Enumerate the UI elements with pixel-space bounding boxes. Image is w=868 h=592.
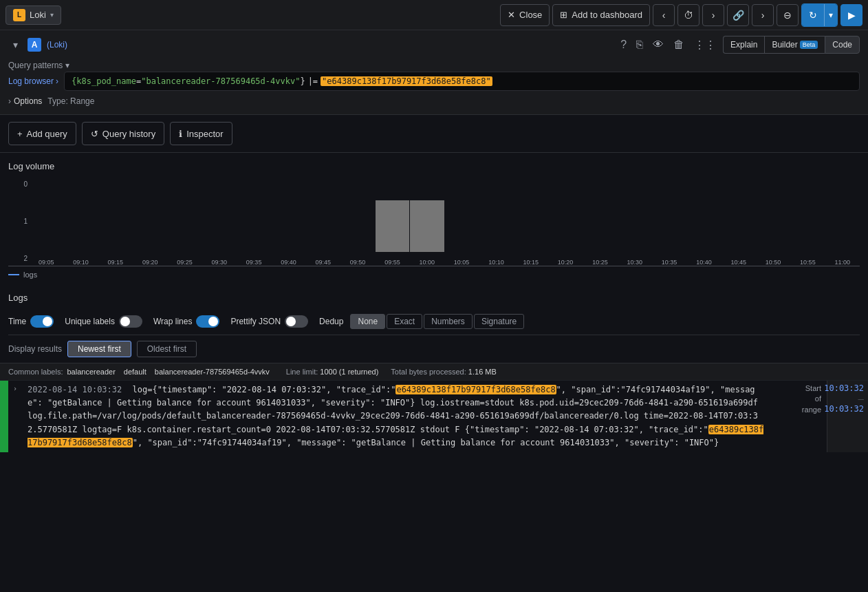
forward-button[interactable]: ›: [752, 4, 774, 26]
start-of-range-label: Startofrange: [802, 383, 821, 415]
add-query-button[interactable]: + + Add query Add query: [8, 122, 76, 145]
code-button[interactable]: Code: [825, 36, 860, 54]
chart-x-label: 11:00: [825, 259, 860, 266]
y-label-2: 2: [8, 255, 28, 262]
top-bar-actions: ✕ Close ⊞ Add to dashboard ‹ ⏱ › 🔗 › ⊖ ↻: [500, 3, 862, 27]
newest-first-button[interactable]: Newest first: [67, 341, 131, 357]
collapse-button[interactable]: ▾: [8, 38, 22, 52]
line-limit-label: Line limit:: [286, 368, 318, 376]
chart-x-label: 10:10: [479, 259, 513, 266]
clock-button[interactable]: ⏱: [677, 4, 699, 26]
loki-datasource-button[interactable]: L Loki ▾: [6, 6, 61, 25]
oldest-first-button[interactable]: Oldest first: [137, 341, 197, 357]
chart-x-label: 10:00: [410, 259, 444, 266]
log-timestamp: 2022-08-14 10:03:32: [28, 385, 122, 394]
line-limit-val: 1000 (1 returned): [320, 368, 378, 376]
bytes-val: 1.16 MB: [468, 368, 497, 376]
close-button[interactable]: ✕ Close: [500, 4, 550, 26]
chart-area: 09:0509:1009:1509:2009:2509:3009:3509:40…: [29, 177, 860, 266]
log-entry-severity-bar: [0, 381, 8, 452]
query-code[interactable]: {k8s_pod_name="balancereader-787569465d-…: [64, 72, 860, 91]
explain-label: Explain: [730, 40, 757, 50]
options-row: › Options Type: Range: [8, 94, 860, 109]
common-labels-bar: Common labels: balancereader default bal…: [0, 363, 868, 380]
prettify-json-toggle[interactable]: [285, 315, 308, 328]
dedup-label: Dedup: [319, 317, 343, 326]
y-label-1: 1: [8, 218, 28, 225]
common-label-3: balancereader-787569465d-4vvkv: [155, 368, 270, 376]
logs-title: Logs: [8, 293, 860, 303]
unique-labels-toggle-group: Unique labels: [65, 315, 142, 328]
time-toggle[interactable]: [30, 315, 54, 328]
inspector-button[interactable]: ℹ Inspector: [170, 122, 232, 145]
log-volume-section: Log volume 2 1 0 09:0509:1009:1509:2009:…: [0, 153, 868, 284]
log-text-3: ", "span_id":"74fc91744034af19", "messag…: [133, 438, 719, 447]
wrap-lines-label: Wrap lines: [153, 317, 192, 326]
copy-button[interactable]: ⎘: [633, 37, 646, 52]
query-patterns-label: Query patterns: [8, 61, 63, 70]
chart-x-labels: 09:0509:1009:1509:2009:2509:3009:3509:40…: [29, 252, 860, 266]
run-button[interactable]: ▶: [840, 4, 862, 26]
query-key: {k8s_pod_name: [72, 76, 136, 86]
bytes-stat: Total bytes processed: 1.16 MB: [391, 368, 496, 376]
help-button[interactable]: ?: [618, 37, 629, 52]
wrap-lines-toggle-group: Wrap lines: [153, 315, 219, 328]
log-browser-link[interactable]: Log browser ›: [8, 76, 58, 86]
chart-x-label: 09:10: [63, 259, 98, 266]
chevron-down-icon: ▾: [13, 39, 18, 50]
link-button[interactable]: 🔗: [727, 4, 749, 26]
chart-x-label: 09:25: [167, 259, 202, 266]
delete-button[interactable]: 🗑: [671, 37, 687, 52]
explain-button[interactable]: Explain: [723, 36, 764, 54]
dedup-numbers-button[interactable]: Numbers: [424, 314, 473, 329]
log-browser-row: Log browser › {k8s_pod_name="balanceread…: [8, 72, 860, 91]
chevron-right-icon: ›: [712, 10, 715, 21]
sync-dropdown-button[interactable]: ▾: [824, 4, 837, 26]
common-label-2: default: [124, 368, 147, 376]
common-label-1: balancereader: [67, 368, 115, 376]
chart-x-label: 10:05: [444, 259, 479, 266]
options-toggle[interactable]: › Options: [8, 96, 42, 106]
chart-x-label: 09:05: [29, 259, 63, 266]
wrap-lines-toggle[interactable]: [196, 315, 219, 328]
more-button[interactable]: ⋮⋮: [691, 37, 719, 53]
y-label-0: 0: [8, 180, 28, 188]
prev-button[interactable]: ‹: [653, 4, 675, 26]
time-toggle-knob: [43, 317, 52, 326]
dedup-none-button[interactable]: None: [350, 314, 385, 329]
next-button[interactable]: ›: [702, 4, 724, 26]
builder-button[interactable]: Builder Beta: [764, 36, 825, 54]
log-text-1: log={"timestamp": "2022-08-14 07:03:32",…: [133, 385, 396, 394]
query-filter-value: "e64389c138f17b97917f3d68e58fe8c8": [321, 76, 492, 86]
sync-button[interactable]: ↻: [802, 4, 824, 26]
dedup-group: Dedup None Exact Numbers Signature: [319, 314, 524, 329]
time-label: Time: [8, 317, 26, 326]
chart-y-labels: 2 1 0: [8, 177, 28, 266]
dedup-exact-button[interactable]: Exact: [387, 314, 422, 329]
log-entry-expand-button[interactable]: ›: [8, 381, 22, 452]
arrow-right-icon: ›: [56, 76, 58, 86]
bytes-label: Total bytes processed:: [391, 368, 466, 376]
zoom-out-button[interactable]: ⊖: [777, 4, 799, 26]
dedup-signature-button[interactable]: Signature: [474, 314, 524, 329]
chart-x-label: 09:50: [340, 259, 375, 266]
unique-labels-toggle[interactable]: [119, 315, 142, 328]
log-entry-content: 2022-08-14 10:03:32 log={"timestamp": "2…: [22, 381, 772, 452]
sync-arrow-icon: ▾: [829, 10, 833, 20]
chart-x-label: 10:20: [548, 259, 583, 266]
eye-button[interactable]: 👁: [650, 37, 666, 52]
chart-x-label: 09:15: [98, 259, 133, 266]
query-patterns-row: Query patterns ▾: [8, 59, 860, 72]
chart-x-label: 10:50: [756, 259, 790, 266]
log-entry: › 2022-08-14 10:03:32 log={"timestamp": …: [0, 380, 868, 452]
add-to-dashboard-button[interactable]: ⊞ Add to dashboard: [552, 4, 650, 26]
query-patterns-button[interactable]: Query patterns ▾: [8, 59, 69, 72]
legend-line: [8, 274, 19, 275]
chevron-down-icon: ▾: [65, 61, 69, 70]
chart-x-label: 10:15: [514, 259, 548, 266]
query-history-button[interactable]: ↺ Query history: [82, 122, 164, 145]
prettify-json-label: Prettify JSON: [230, 317, 281, 326]
sync-icon: ↻: [809, 10, 817, 21]
action-bar: + + Add query Add query ↺ Query history …: [0, 115, 868, 153]
log-highlight-1: e64389c138f17b97917f3d68e58fe8c8: [395, 385, 556, 394]
